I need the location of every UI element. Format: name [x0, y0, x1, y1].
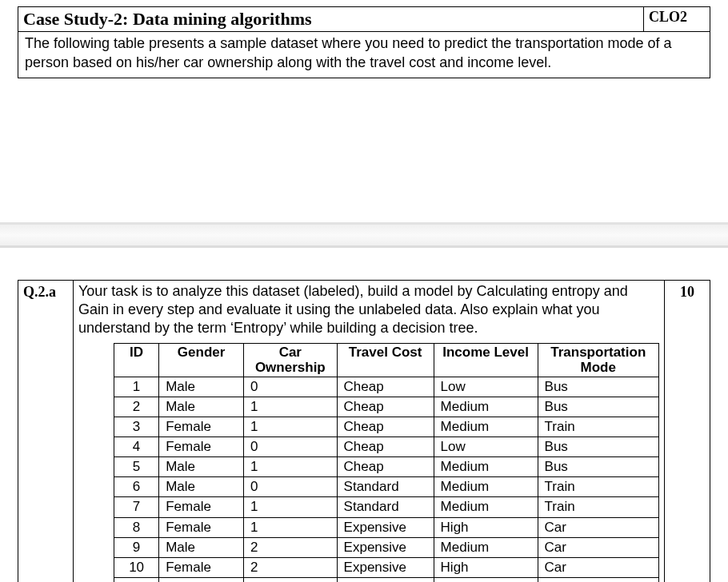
cell-mode: Car: [538, 517, 658, 537]
cell-cost: Cheap: [337, 437, 434, 457]
table-row: 9Male2ExpensiveMediumCar: [114, 537, 659, 557]
cell-car: 1: [244, 517, 338, 537]
cell-id: 3: [114, 417, 159, 437]
header-car: Car Ownership: [244, 343, 338, 377]
question-row-q2a: Q.2.a Your task is to analyze this datas…: [18, 281, 710, 582]
table-row: 7Female1StandardMediumTrain: [114, 497, 659, 517]
cell-cost: Cheap: [337, 377, 434, 397]
cell-income: Medium: [434, 417, 538, 437]
cell-cost: Expensive: [337, 537, 434, 557]
cell-car: 1: [244, 417, 338, 437]
cell-cost: Cheap: [337, 417, 434, 437]
cell-income: High: [434, 517, 538, 537]
cell-mode: ?: [538, 577, 658, 582]
table-row: 4Female0CheapLowBus: [114, 437, 659, 457]
cell-id: 8: [114, 517, 159, 537]
table-row: 10Female2ExpensiveHighCar: [114, 557, 659, 577]
cell-gender: Male: [159, 537, 244, 557]
clo-label: CLO2: [643, 7, 710, 31]
header-gender: Gender: [159, 343, 244, 377]
cell-cost: Expensive: [337, 517, 434, 537]
cell-income: High: [434, 557, 538, 577]
dataset-table: ID Gender Car Ownership Travel Cost Inco…: [114, 343, 659, 582]
table-row: 5Male1CheapMediumBus: [114, 457, 659, 477]
cell-cost: Cheap: [337, 397, 434, 417]
cell-mode: Bus: [538, 377, 658, 397]
cell-gender: Female: [159, 557, 244, 577]
cell-car: 0: [244, 377, 338, 397]
cell-car: 1: [244, 457, 338, 477]
cell-income: Medium: [434, 457, 538, 477]
cell-income: Low: [434, 377, 538, 397]
cell-cost: Standard: [337, 497, 434, 517]
question-text-q2a: Your task is to analyze this dataset (la…: [78, 282, 659, 338]
cell-id: 5: [114, 457, 159, 477]
cell-car: 1: [244, 397, 338, 417]
case-study-box: Case Study-2: Data mining algorithms CLO…: [18, 6, 710, 78]
cell-id: 4: [114, 437, 159, 457]
case-study-description: The following table presents a sample da…: [18, 32, 710, 78]
cell-car: 2: [244, 557, 338, 577]
cell-car: 1: [244, 577, 338, 582]
cell-car: 1: [244, 497, 338, 517]
header-cost: Travel Cost: [337, 343, 434, 377]
cell-cost: Standard: [337, 477, 434, 497]
case-study-title-row: Case Study-2: Data mining algorithms CLO…: [18, 7, 710, 32]
page-separator: [0, 222, 728, 248]
question-label-q2a: Q.2.a: [18, 281, 74, 582]
cell-id: 2: [114, 397, 159, 417]
cell-mode: Bus: [538, 397, 658, 417]
cell-gender: Female: [159, 417, 244, 437]
cell-mode: Bus: [538, 457, 658, 477]
table-row: 1Male0CheapLowBus: [114, 377, 659, 397]
cell-gender: Male: [159, 477, 244, 497]
cell-income: Medium: [434, 497, 538, 517]
cell-mode: Bus: [538, 437, 658, 457]
cell-income: Medium: [434, 477, 538, 497]
header-mode: Transportation Mode: [538, 343, 658, 377]
header-income: Income Level: [434, 343, 538, 377]
table-header-row: ID Gender Car Ownership Travel Cost Inco…: [114, 343, 659, 377]
questions-box: Q.2.a Your task is to analyze this datas…: [18, 280, 710, 582]
table-row: 11Male1StandardMedium?: [114, 577, 659, 582]
cell-id: 6: [114, 477, 159, 497]
cell-gender: Female: [159, 437, 244, 457]
cell-mode: Car: [538, 537, 658, 557]
cell-mode: Train: [538, 417, 658, 437]
cell-gender: Female: [159, 497, 244, 517]
cell-mode: Car: [538, 557, 658, 577]
cell-income: Medium: [434, 397, 538, 417]
cell-cost: Expensive: [337, 557, 434, 577]
header-id: ID: [114, 343, 159, 377]
cell-mode: Train: [538, 477, 658, 497]
cell-id: 9: [114, 537, 159, 557]
question-marks-q2a: 10: [665, 281, 710, 582]
cell-gender: Female: [159, 517, 244, 537]
cell-car: 2: [244, 537, 338, 557]
table-row: 2Male1CheapMediumBus: [114, 397, 659, 417]
cell-cost: Standard: [337, 577, 434, 582]
cell-id: 11: [114, 577, 159, 582]
cell-gender: Male: [159, 377, 244, 397]
cell-income: Low: [434, 437, 538, 457]
cell-id: 7: [114, 497, 159, 517]
cell-id: 10: [114, 557, 159, 577]
table-row: 8Female1ExpensiveHighCar: [114, 517, 659, 537]
cell-income: Medium: [434, 577, 538, 582]
cell-car: 0: [244, 477, 338, 497]
cell-cost: Cheap: [337, 457, 434, 477]
question-body-q2a: Your task is to analyze this dataset (la…: [74, 281, 665, 582]
cell-gender: Male: [159, 457, 244, 477]
cell-income: Medium: [434, 537, 538, 557]
cell-car: 0: [244, 437, 338, 457]
cell-gender: Male: [159, 397, 244, 417]
cell-id: 1: [114, 377, 159, 397]
page-gap: [0, 78, 728, 222]
cell-mode: Train: [538, 497, 658, 517]
table-row: 3Female1CheapMediumTrain: [114, 417, 659, 437]
case-study-title: Case Study-2: Data mining algorithms: [18, 7, 643, 31]
cell-gender: Male: [159, 577, 244, 582]
table-row: 6Male0StandardMediumTrain: [114, 477, 659, 497]
